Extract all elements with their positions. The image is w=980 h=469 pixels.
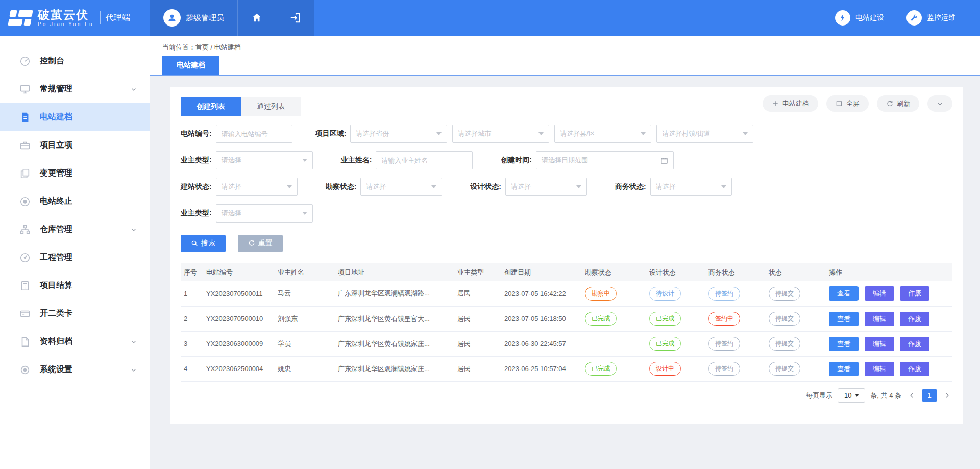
caret-down-icon	[538, 132, 544, 135]
owner-type-select[interactable]: 请选择	[216, 151, 313, 169]
file-icon	[19, 336, 31, 348]
add-station-button[interactable]: 电站建档	[763, 95, 818, 112]
sidebar-item-change-mgmt[interactable]: 变更管理	[0, 159, 150, 187]
sidebar-item-data-archive[interactable]: 资料归档	[0, 328, 150, 356]
sidebar-item-project-initiation[interactable]: 项目立项	[0, 131, 150, 159]
chevron-down-icon	[131, 367, 137, 373]
survey-status-select[interactable]: 请选择	[360, 178, 442, 196]
void-button[interactable]: 作废	[900, 362, 929, 376]
chevron-down-icon	[131, 227, 137, 233]
credit-card-icon	[19, 308, 31, 319]
collapse-button[interactable]	[927, 95, 952, 112]
sidebar-item-label: 开二类卡	[40, 308, 72, 319]
sidebar-item-system-settings[interactable]: 系统设置	[0, 356, 150, 384]
page-size-prefix: 每页显示	[806, 391, 832, 400]
page-tab-station-filing[interactable]: 电站建档	[162, 56, 219, 75]
date-range-input[interactable]: 请选择日期范围	[536, 151, 674, 169]
logout-icon	[289, 12, 301, 23]
view-button[interactable]: 查看	[829, 362, 859, 376]
plus-icon	[772, 100, 779, 107]
owner-name-input[interactable]	[376, 151, 473, 169]
total-count-label: 条, 共 4 条	[870, 391, 901, 400]
home-icon	[251, 12, 262, 23]
status-badge: 勘察中	[585, 287, 617, 301]
sidebar-item-label: 电站终止	[40, 196, 72, 207]
edit-button[interactable]: 编辑	[865, 337, 894, 351]
edit-button[interactable]: 编辑	[865, 286, 894, 301]
user-name: 超级管理员	[186, 13, 224, 23]
status-badge: 设计中	[649, 362, 681, 376]
nav-station-build[interactable]: 电站建设	[835, 10, 884, 26]
filter-form: 电站编号: 项目区域: 请选择省份 请选择城市 请选择县/区 请选择村镇/街道 …	[181, 116, 952, 252]
list-card: 创建列表 通过列表 电站建档 全屏 刷新	[170, 87, 963, 424]
card-toolbar: 电站建档 全屏 刷新	[763, 95, 952, 112]
business-status-label: 商务状态:	[615, 182, 646, 191]
copy-icon	[19, 168, 31, 179]
status-badge: 待签约	[708, 287, 740, 301]
region-label: 项目区域:	[315, 129, 347, 138]
lightning-icon	[835, 10, 850, 26]
void-button[interactable]: 作废	[900, 286, 929, 301]
tab-create-list[interactable]: 创建列表	[181, 97, 241, 116]
fullscreen-button[interactable]: 全屏	[826, 95, 869, 112]
station-no-label: 电站编号:	[181, 129, 212, 138]
caret-down-icon	[721, 185, 726, 188]
county-select[interactable]: 请选择县/区	[554, 125, 651, 143]
sidebar-item-station-termination[interactable]: 电站终止	[0, 187, 150, 215]
sidebar-item-warehouse-mgmt[interactable]: 仓库管理	[0, 215, 150, 243]
status-badge: 已完成	[649, 337, 681, 351]
page-size-select[interactable]: 10	[838, 388, 865, 403]
edit-button[interactable]: 编辑	[865, 312, 894, 326]
search-button[interactable]: 搜索	[181, 235, 226, 252]
sidebar-item-engineering-mgmt[interactable]: 工程管理	[0, 243, 150, 271]
station-no-input[interactable]	[216, 125, 292, 143]
refresh-button[interactable]: 刷新	[877, 95, 919, 112]
header-nav: 电站建设 监控运维	[835, 0, 980, 36]
province-select[interactable]: 请选择省份	[350, 125, 447, 143]
dashboard-icon	[19, 56, 31, 67]
wrench-icon	[906, 10, 922, 26]
sitemap-icon	[19, 224, 31, 235]
view-button[interactable]: 查看	[829, 312, 859, 326]
owner-type2-select[interactable]: 请选择	[216, 204, 313, 223]
void-button[interactable]: 作废	[900, 337, 929, 351]
prev-page-button[interactable]	[906, 392, 917, 399]
sidebar-item-general-mgmt[interactable]: 常规管理	[0, 75, 150, 103]
sidebar-item-project-settlement[interactable]: 项目结算	[0, 271, 150, 300]
brand-subtitle: Po Jian Yun Fu	[38, 21, 94, 27]
design-status-select[interactable]: 请选择	[505, 178, 587, 196]
sidebar-item-console[interactable]: 控制台	[0, 47, 150, 75]
sidebar-item-label: 资料归档	[40, 336, 72, 347]
sidebar-item-station-filing[interactable]: 电站建档	[0, 103, 150, 131]
view-button[interactable]: 查看	[829, 286, 859, 301]
current-page-button[interactable]: 1	[922, 389, 937, 402]
caret-down-icon	[641, 132, 646, 135]
table-header: 序号 电站编号 业主姓名 项目地址 业主类型 创建日期 勘察状态 设计状态 商务…	[181, 263, 952, 281]
town-select[interactable]: 请选择村镇/街道	[656, 125, 753, 143]
table-row: 1 YX2023070500011 马云 广东深圳龙华区观澜镇观湖路... 居民…	[181, 281, 952, 306]
search-icon	[191, 240, 198, 247]
next-page-button[interactable]	[942, 392, 952, 399]
portal-label: 代理端	[106, 13, 130, 23]
view-button[interactable]: 查看	[829, 337, 859, 351]
logout-button[interactable]	[276, 0, 314, 36]
sidebar-item-label: 项目结算	[40, 280, 72, 291]
build-status-select[interactable]: 请选择	[216, 178, 298, 196]
nav-monitor-ops[interactable]: 监控运维	[906, 10, 955, 26]
reset-button[interactable]: 重置	[238, 235, 283, 252]
edit-button[interactable]: 编辑	[865, 362, 894, 376]
city-select[interactable]: 请选择城市	[452, 125, 549, 143]
chevron-down-icon	[937, 101, 943, 107]
nav-monitor-ops-label: 监控运维	[927, 13, 955, 22]
survey-status-label: 勘察状态:	[326, 182, 357, 191]
user-menu[interactable]: 超级管理员	[150, 0, 238, 36]
void-button[interactable]: 作废	[900, 312, 929, 326]
user-icon	[167, 13, 177, 23]
tab-passed-list[interactable]: 通过列表	[241, 97, 301, 116]
sidebar-item-label: 电站建档	[40, 112, 72, 122]
sidebar-item-label: 工程管理	[40, 252, 72, 263]
sidebar-item-open-type2-card[interactable]: 开二类卡	[0, 300, 150, 328]
business-status-select[interactable]: 请选择	[650, 178, 732, 196]
home-button[interactable]	[238, 0, 276, 36]
sidebar-item-label: 变更管理	[40, 168, 72, 179]
